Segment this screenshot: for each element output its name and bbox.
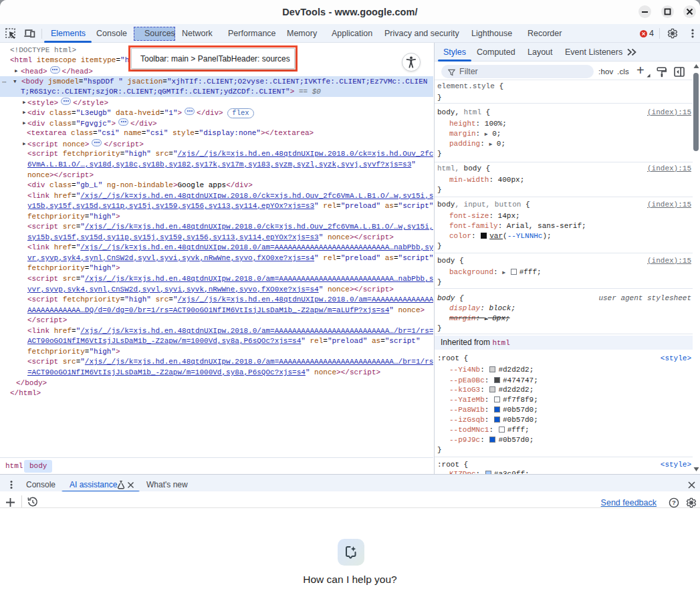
svg-text:?: ? — [672, 499, 676, 506]
